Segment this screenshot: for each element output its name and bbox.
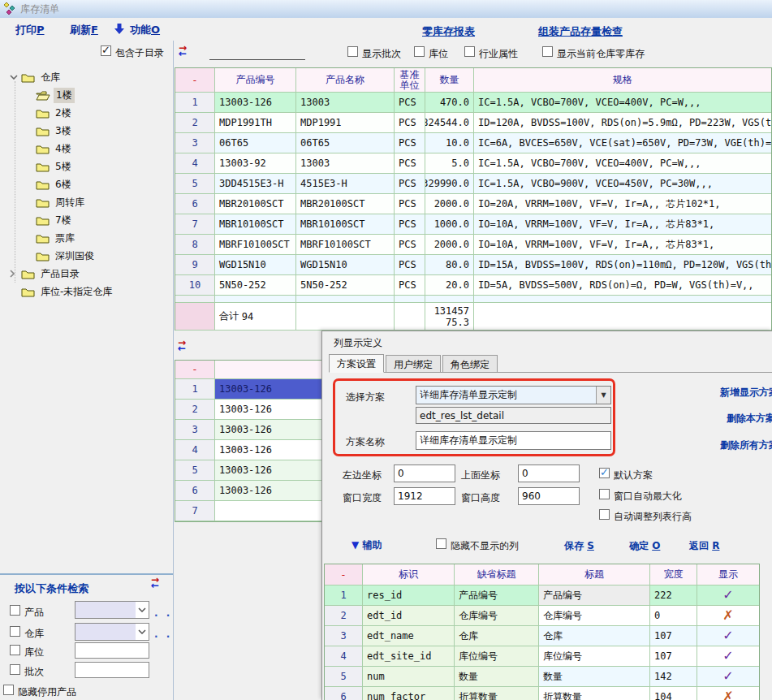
cell-show-toggle[interactable]: ✗ <box>697 687 759 700</box>
table-row[interactable]: 4 edt_site_id 库位编号 库位编号 107 ✓ <box>325 646 759 667</box>
site-filter-checkbox[interactable] <box>414 46 425 58</box>
tree-item-label[interactable]: 产品目录 <box>38 266 82 282</box>
tree-item-label[interactable]: 2楼 <box>53 106 74 121</box>
zero-stock-report-link[interactable]: 零库存报表 <box>422 24 475 39</box>
window-height-input[interactable]: 960 <box>518 487 580 505</box>
table-row[interactable]: 5 3DD4515E3-H 4515E3-H PCS 329990.0 IC=1… <box>175 174 771 194</box>
cell-width[interactable]: 222 <box>650 585 697 605</box>
hide-columns-checkbox[interactable] <box>436 538 446 550</box>
table-row[interactable]: 8 MBRF10100SCT MBRF10100SCT PCS 2000.0 I… <box>175 235 771 255</box>
include-subdir-checkbox[interactable] <box>101 45 111 57</box>
chevron-down-icon[interactable] <box>136 629 149 634</box>
aux-button[interactable]: ▼ 辅助 <box>351 538 382 552</box>
print-button[interactable]: 打印P <box>15 23 45 37</box>
tab-scheme-settings[interactable]: 方案设置 <box>329 354 384 373</box>
warehouse-browse-button[interactable]: . . <box>154 629 172 640</box>
delete-scheme-link[interactable]: 删除本方案 <box>727 412 772 426</box>
cell-show-toggle[interactable]: ✗ <box>697 606 759 625</box>
save-button[interactable]: 保存 S <box>564 539 594 553</box>
tree-item-floor4[interactable]: 4楼 <box>0 140 170 158</box>
product-browse-button[interactable]: . . <box>154 607 172 619</box>
cell-show-toggle[interactable]: ✓ <box>697 585 759 605</box>
tab-user-binding[interactable]: 用户绑定 <box>386 355 441 372</box>
tree-item-label[interactable]: 7楼 <box>53 213 74 228</box>
cell-title[interactable]: 折算数量 <box>539 687 650 700</box>
table-row[interactable]: 2 MDP1991TH MDP1991 PCS 824544.0 ID=120A… <box>175 113 771 133</box>
cell-title[interactable]: 仓库 <box>539 626 650 646</box>
swap-layout-icon-3[interactable]: →← <box>151 577 164 589</box>
cell-title[interactable]: 数量 <box>539 667 650 686</box>
scheme-name-input[interactable]: 详细库存清单显示定制 <box>416 431 611 450</box>
table-row[interactable]: 4 13003-92 13003 PCS 5.0 IC=1.5A, VCBO=7… <box>175 153 771 174</box>
cell-width[interactable]: 142 <box>650 667 697 686</box>
cell-title[interactable]: 库位编号 <box>539 646 650 666</box>
tree-item-label[interactable]: 库位-未指定仓库 <box>38 284 114 300</box>
hide-disabled-checkbox[interactable] <box>3 685 14 696</box>
tree-item-unassigned[interactable]: 库位-未指定仓库 <box>0 283 170 300</box>
tab-role-binding[interactable]: 角色绑定 <box>442 355 498 372</box>
table-row[interactable]: 3 edt_name 仓库 仓库 107 ✓ <box>325 626 759 646</box>
tree-item-floor5[interactable]: 5楼 <box>0 158 170 175</box>
assembly-check-link[interactable]: 组装产品存量检查 <box>538 24 623 39</box>
tree-item-label[interactable]: 周转库 <box>53 195 87 210</box>
auto-row-height-checkbox[interactable] <box>599 509 610 521</box>
tree-item-label[interactable]: 深圳国俊 <box>53 248 97 264</box>
warehouse-filter-checkbox[interactable] <box>10 626 20 637</box>
chevron-right-icon[interactable] <box>10 270 18 278</box>
show-batch-checkbox[interactable] <box>347 46 358 58</box>
table-row[interactable]: 2 edt_id 仓库编号 仓库编号 0 ✗ <box>325 606 759 626</box>
cell-show-toggle[interactable]: ✓ <box>697 626 759 646</box>
tree-item-floor1[interactable]: 1楼 <box>0 86 170 104</box>
cell-width[interactable]: 107 <box>650 646 697 666</box>
table-row[interactable]: 7 MBR10100SCT MBR10100SCT PCS 1000.0 IO=… <box>175 214 771 235</box>
tree-item-floor7[interactable]: 7楼 <box>0 211 170 229</box>
warehouse-filter-combo[interactable] <box>75 623 149 641</box>
cell-title[interactable]: 仓库编号 <box>539 606 650 625</box>
cell-width[interactable]: 104 <box>650 687 697 700</box>
table-row[interactable]: 1 13003-126 13003 PCS 470.0 IC=1.5A, VCB… <box>175 93 771 113</box>
scheme-combo[interactable]: 详细库存清单显示定制 ▼ <box>416 386 611 404</box>
swap-layout-icon-2[interactable]: →← <box>178 340 191 352</box>
cell-width[interactable]: 107 <box>650 626 697 646</box>
tree-item-ticket[interactable]: 票库 <box>0 229 170 247</box>
back-button[interactable]: 返回 R <box>689 539 719 553</box>
left-coord-input[interactable]: 0 <box>394 465 455 482</box>
table-row-partial[interactable] <box>175 296 771 303</box>
tree-item-floor2[interactable]: 2楼 <box>0 104 170 122</box>
cell-show-toggle[interactable]: ✓ <box>697 667 759 686</box>
top-coord-input[interactable]: 0 <box>518 465 580 482</box>
chevron-down-icon[interactable] <box>10 75 18 80</box>
swap-layout-icon[interactable]: →← <box>179 45 192 57</box>
quick-filter-input[interactable] <box>209 47 305 60</box>
table-row[interactable]: 3 06T65 06T65 PCS 10.0 IC=6A, BVCES=650V… <box>175 133 771 153</box>
site-filter-input[interactable] <box>75 642 149 659</box>
auto-maximize-checkbox[interactable] <box>599 489 610 500</box>
chevron-down-icon[interactable] <box>136 607 149 612</box>
table-row[interactable]: 9 WGD15N10 WGD15N10 PCS 80.0 ID=15A, BVD… <box>175 255 771 275</box>
tree-item-label[interactable]: 6楼 <box>53 177 74 192</box>
tree-item-shenzhen[interactable]: 深圳国俊 <box>0 247 170 265</box>
table-row[interactable]: 1 res_id 产品编号 产品编号 222 ✓ <box>325 585 759 606</box>
tree-root-warehouse[interactable]: 仓库 <box>0 68 170 86</box>
tree-item-turnover[interactable]: 周转库 <box>0 193 170 211</box>
default-scheme-checkbox[interactable] <box>599 468 610 479</box>
cell-title[interactable]: 产品编号 <box>539 585 650 605</box>
tree-item-label[interactable]: 1楼 <box>54 88 75 103</box>
product-filter-checkbox[interactable] <box>10 605 20 616</box>
batch-filter-checkbox[interactable] <box>10 664 20 676</box>
window-width-input[interactable]: 1912 <box>394 487 455 505</box>
tree-item-label[interactable]: 仓库 <box>38 70 63 85</box>
tree-item-label[interactable]: 票库 <box>53 231 77 246</box>
table-row[interactable]: 6 MBR20100SCT MBR20100SCT PCS 2000.0 IO=… <box>175 194 771 214</box>
tree-item-label[interactable]: 3楼 <box>53 123 74 139</box>
batch-filter-input[interactable] <box>75 662 149 678</box>
tree-item-product-catalog[interactable]: 产品目录 <box>0 265 170 283</box>
ok-button[interactable]: 确定 O <box>629 539 660 553</box>
tree-item-label[interactable]: 5楼 <box>53 159 74 175</box>
function-menu-button[interactable]: 功能O <box>130 23 160 37</box>
product-filter-combo[interactable] <box>75 601 149 619</box>
site-filter-checkbox-2[interactable] <box>10 645 20 656</box>
tree-item-floor3[interactable]: 3楼 <box>0 122 170 140</box>
table-row[interactable]: 6 num_factor 折算数量 折算数量 104 ✗ <box>325 687 759 700</box>
tree-item-floor6[interactable]: 6楼 <box>0 175 170 193</box>
